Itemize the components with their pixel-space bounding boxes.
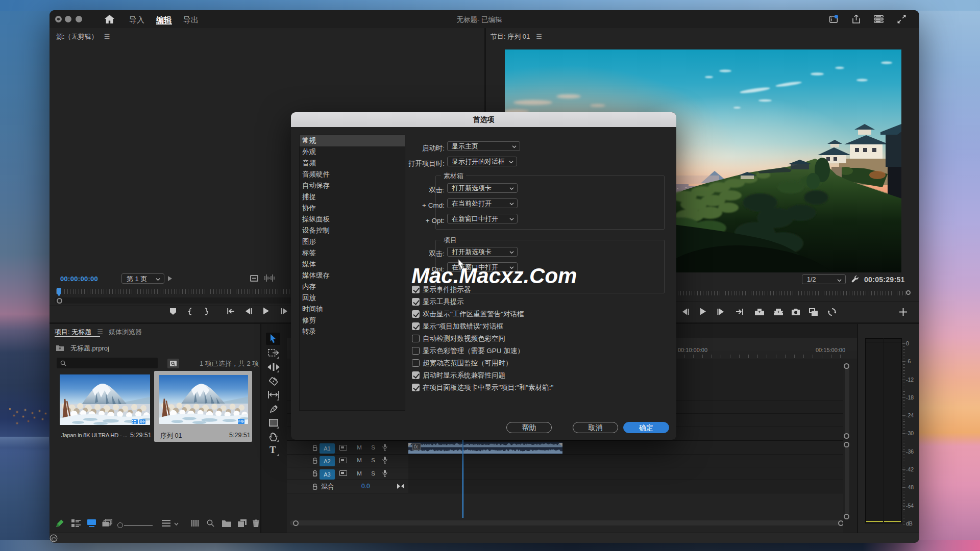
- svg-text:fx: fx: [414, 444, 419, 449]
